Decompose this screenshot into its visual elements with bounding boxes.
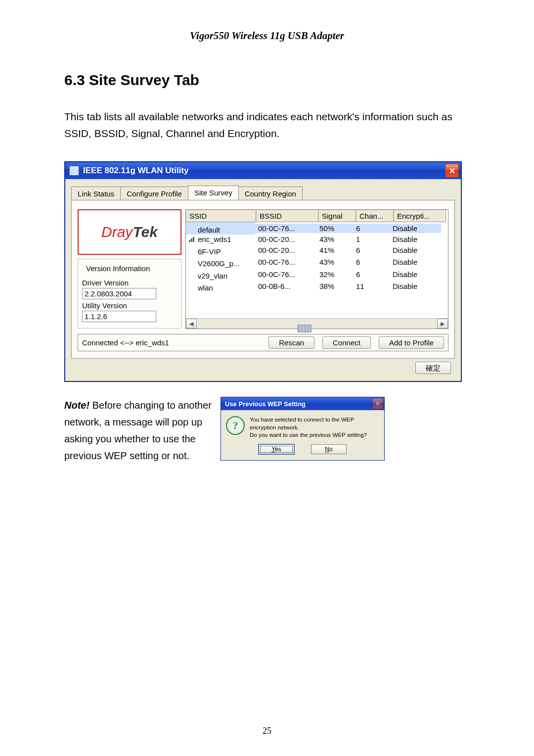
col-ssid[interactable]: SSID (186, 210, 256, 222)
version-group: Version Information Driver Version Utili… (78, 259, 181, 329)
logo-left: Dray (101, 224, 133, 240)
tab-link-status[interactable]: Link Status (71, 187, 121, 200)
table-row[interactable]: v29_vlan00-0C-76...32%6Disable (186, 268, 448, 281)
col-signal[interactable]: Signal (318, 210, 356, 222)
titlebar[interactable]: IEEE 802.11g WLAN Utility ✕ (65, 162, 461, 179)
dialog-no-button[interactable]: No (311, 444, 347, 454)
col-channel[interactable]: Chan... (356, 210, 394, 222)
tab-configure-profile[interactable]: Configure Profile (120, 187, 188, 200)
version-group-title: Version Information (84, 264, 152, 273)
question-icon: ? (226, 416, 245, 435)
utility-version-field (82, 311, 156, 322)
wlan-utility-window: IEEE 802.11g WLAN Utility ✕ Link Status … (64, 161, 462, 382)
dialog-close-icon[interactable]: ✕ (372, 398, 383, 409)
network-list[interactable]: SSID BSSID Signal Chan... Encrypti... de… (185, 209, 448, 329)
horizontal-scrollbar[interactable]: ◀ ▶ (186, 318, 448, 329)
window-title: IEEE 802.11g WLAN Utility (83, 166, 445, 176)
logo-right: Tek (133, 224, 158, 240)
table-row[interactable]: wlan00-0B-6...38%11Disable (186, 281, 448, 293)
table-row[interactable]: 6F-VIP00-0C-20...41%6Disable (186, 244, 448, 256)
dialog-line1: You have selected to connect to the WEP … (250, 416, 379, 431)
page-number: 25 (0, 726, 534, 736)
dialog-yes-button[interactable]: Yes (259, 444, 294, 454)
scroll-right-icon[interactable]: ▶ (437, 319, 448, 329)
table-row[interactable]: default00-0C-76...50%6Disable (186, 222, 448, 235)
table-row[interactable]: V2600G_p...00-0C-76...43%6Disable (186, 256, 448, 269)
app-icon (69, 166, 79, 176)
section-name: Site Survey Tab (89, 72, 199, 88)
close-icon[interactable]: ✕ (445, 164, 459, 178)
status-bar: Connected <--> eric_wds1 Rescan Connect … (78, 334, 448, 351)
table-row[interactable]: eric_wds100-0C-20...43%1Disable (186, 235, 448, 244)
intro-text: This tab lists all available networks an… (64, 108, 470, 142)
doc-header: Vigor550 Wireless 11g USB Adapter (64, 30, 470, 42)
dialog-titlebar[interactable]: Use Previous WEP Setting ✕ (221, 397, 384, 410)
tab-country-region[interactable]: Country Region (238, 187, 303, 200)
driver-version-label: Driver Version (82, 279, 177, 287)
scroll-left-icon[interactable]: ◀ (186, 319, 197, 329)
connection-status: Connected <--> eric_wds1 (82, 338, 169, 347)
rescan-button[interactable]: Rescan (268, 336, 314, 349)
tab-strip: Link Status Configure Profile Site Surve… (71, 185, 455, 200)
utility-version-label: Utility Version (82, 301, 177, 310)
signal-icon (189, 236, 196, 242)
vendor-logo: DrayTek (78, 209, 181, 255)
col-bssid[interactable]: BSSID (256, 210, 318, 222)
section-number: 6.3 (64, 72, 85, 88)
section-title: 6.3 Site Survey Tab (64, 72, 470, 89)
dialog-line2: Do you want to use the previous WEP sett… (250, 431, 379, 439)
note-text: Note! Before changing to another network… (64, 397, 218, 464)
connect-button[interactable]: Connect (322, 336, 371, 349)
tab-site-survey[interactable]: Site Survey (188, 186, 239, 200)
ok-button[interactable]: 確定 (415, 362, 451, 374)
list-header[interactable]: SSID BSSID Signal Chan... Encrypti... (186, 210, 448, 222)
tab-panel: DrayTek Version Information Driver Versi… (71, 200, 455, 359)
driver-version-field (82, 288, 156, 299)
col-encrypt[interactable]: Encrypti... (394, 210, 446, 222)
add-to-profile-button[interactable]: Add to Profile (379, 336, 444, 349)
dialog-title: Use Previous WEP Setting (225, 400, 372, 408)
note-label: Note! (64, 400, 89, 411)
dialog-message: You have selected to connect to the WEP … (250, 416, 379, 439)
wep-dialog: Use Previous WEP Setting ✕ ? You have se… (221, 397, 385, 461)
scroll-thumb[interactable] (298, 325, 312, 332)
